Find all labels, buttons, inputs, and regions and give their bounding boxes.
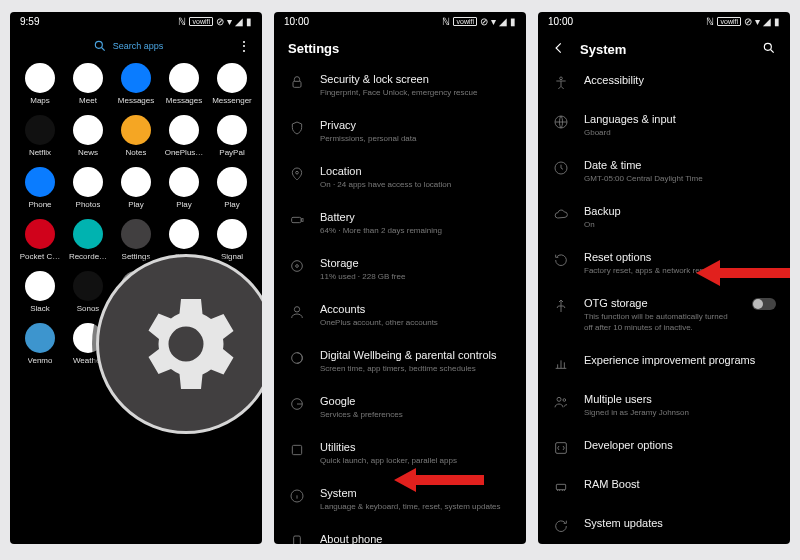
app-label: Maps (30, 96, 50, 105)
row-ram-boost[interactable]: RAM Boost (538, 467, 790, 506)
disc-icon (288, 257, 306, 275)
update-icon (552, 517, 570, 535)
app-messages[interactable]: Messages (160, 59, 208, 107)
app-play[interactable]: Play (112, 163, 160, 211)
row-text: Battery64% · More than 2 days remaining (320, 210, 512, 236)
nfc-icon: ℕ (442, 16, 450, 27)
svg-rect-26 (556, 484, 565, 489)
search-button[interactable] (762, 41, 776, 57)
row-backup[interactable]: BackupOn (538, 194, 790, 240)
battery-icon: ▮ (246, 16, 252, 27)
svg-rect-11 (292, 445, 301, 454)
svg-marker-27 (696, 260, 790, 286)
app-icon (169, 219, 199, 249)
app-settings[interactable]: Settings (112, 215, 160, 263)
row-developer-options[interactable]: Developer options (538, 428, 790, 467)
pin-icon (288, 165, 306, 183)
row-about-phone[interactable]: About phoneOnePlus 7 Pro (274, 522, 526, 544)
row-storage[interactable]: Storage11% used · 228 GB free (274, 246, 526, 292)
app-play[interactable]: Play (208, 163, 256, 211)
row-title: Privacy (320, 118, 512, 132)
overflow-menu[interactable]: ⋮ (236, 41, 252, 51)
ram-icon (552, 478, 570, 496)
row-subtitle: Gboard (584, 127, 776, 138)
row-title: RAM Boost (584, 477, 776, 491)
row-accounts[interactable]: AccountsOnePlus account, other accounts (274, 292, 526, 338)
app-netflix[interactable]: Netflix (16, 111, 64, 159)
cloud-icon (552, 205, 570, 223)
app-icon (121, 115, 151, 145)
row-otg-storage[interactable]: OTG storageThis function will be automat… (538, 286, 790, 343)
row-privacy[interactable]: PrivacyPermissions, personal data (274, 108, 526, 154)
svg-point-8 (294, 307, 299, 312)
app-signal[interactable]: Signal (208, 215, 256, 263)
dnd-icon: ⊘ (216, 16, 224, 27)
row-subtitle: Screen time, app timers, bedtime schedul… (320, 363, 512, 374)
row-text: LocationOn · 24 apps have access to loca… (320, 164, 512, 190)
row-title: Developer options (584, 438, 776, 452)
app-slack[interactable]: Slack (16, 267, 64, 315)
row-digital-wellbeing-parental-controls[interactable]: Digital Wellbeing & parental controlsScr… (274, 338, 526, 384)
app-recorde-[interactable]: Recorde… (64, 215, 112, 263)
app-label: Play (176, 200, 192, 209)
row-accessibility[interactable]: Accessibility (538, 63, 790, 102)
row-subtitle: On · 24 apps have access to location (320, 179, 512, 190)
app-notes[interactable]: Notes (112, 111, 160, 159)
toggle[interactable] (752, 298, 776, 310)
row-subtitle: Permissions, personal data (320, 133, 512, 144)
row-date-time[interactable]: Date & timeGMT-05:00 Central Daylight Ti… (538, 148, 790, 194)
row-text: OTG storageThis function will be automat… (584, 296, 738, 333)
back-button[interactable] (552, 41, 566, 57)
app-pocket-c-[interactable]: Pocket C… (16, 215, 64, 263)
row-battery[interactable]: Battery64% · More than 2 days remaining (274, 200, 526, 246)
app-label: Messenger (212, 96, 252, 105)
row-title: Accounts (320, 302, 512, 316)
search-apps[interactable]: Search apps (20, 39, 236, 53)
app-label: Pocket C… (20, 252, 60, 261)
row-title: OTG storage (584, 296, 738, 310)
app-meet[interactable]: Meet (64, 59, 112, 107)
row-multiple-users[interactable]: Multiple usersSigned in as Jeramy Johnso… (538, 382, 790, 428)
nfc-icon: ℕ (178, 16, 186, 27)
users-icon (552, 393, 570, 411)
app-maps[interactable]: Maps (16, 59, 64, 107)
app-icon (25, 323, 55, 353)
app-label: News (78, 148, 98, 157)
app-news[interactable]: News (64, 111, 112, 159)
app-messenger[interactable]: Messenger (208, 59, 256, 107)
app-oneplus-[interactable]: OnePlus… (160, 111, 208, 159)
row-languages-input[interactable]: Languages & inputGboard (538, 102, 790, 148)
page-title: Settings (288, 41, 339, 56)
vowifi-icon: vowifi (189, 17, 213, 26)
row-title: Experience improvement programs (584, 353, 776, 367)
row-experience-improvement-programs[interactable]: Experience improvement programs (538, 343, 790, 382)
app-paypal[interactable]: PayPal (208, 111, 256, 159)
reset-icon (552, 251, 570, 269)
status-bar: 9:59 ℕ vowifi ⊘ ▾ ◢ ▮ (10, 12, 262, 29)
row-text: Date & timeGMT-05:00 Central Daylight Ti… (584, 158, 776, 184)
page-title: System (580, 42, 626, 57)
app-venmo[interactable]: Venmo (16, 319, 64, 367)
phone-app-drawer: 9:59 ℕ vowifi ⊘ ▾ ◢ ▮ Search apps ⋮ Maps… (10, 12, 262, 544)
chart-icon (552, 354, 570, 372)
row-location[interactable]: LocationOn · 24 apps have access to loca… (274, 154, 526, 200)
app-label: Signal (221, 252, 243, 261)
app-label: Messages (118, 96, 154, 105)
app-phone[interactable]: Phone (16, 163, 64, 211)
app-label: Messages (166, 96, 202, 105)
row-system-updates[interactable]: System updates (538, 506, 790, 544)
row-subtitle: Signed in as Jeramy Johnson (584, 407, 776, 418)
user-icon (288, 303, 306, 321)
row-google[interactable]: GoogleServices & preferences (274, 384, 526, 430)
app-messages[interactable]: Messages (112, 59, 160, 107)
app-icon (25, 219, 55, 249)
app-label: Venmo (28, 356, 53, 365)
search-placeholder: Search apps (113, 41, 164, 51)
app-photos[interactable]: Photos (64, 163, 112, 211)
battery-icon (288, 211, 306, 229)
header: Settings (274, 29, 526, 62)
svg-point-3 (296, 171, 299, 174)
row-security-lock-screen[interactable]: Security & lock screenFingerprint, Face … (274, 62, 526, 108)
app-icon (121, 63, 151, 93)
app-play[interactable]: Play (160, 163, 208, 211)
